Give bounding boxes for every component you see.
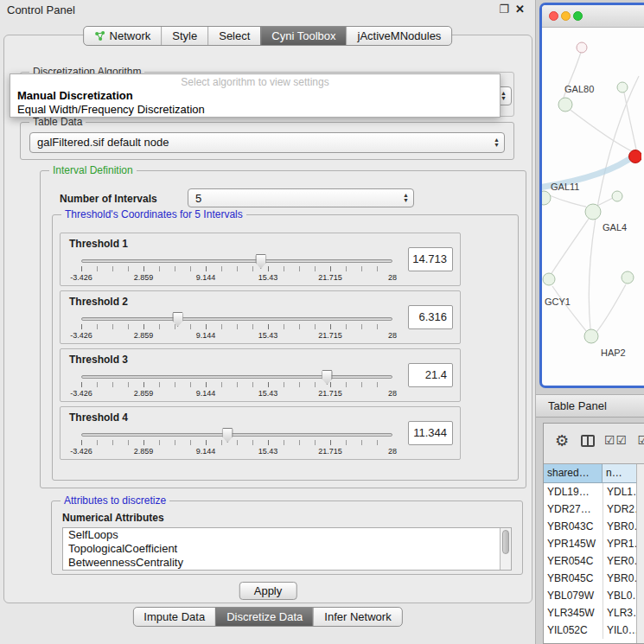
tab-style[interactable]: Style <box>161 27 207 45</box>
group-title: Threshold's Coordinates for 5 Intervals <box>61 208 246 220</box>
network-node[interactable] <box>577 42 587 53</box>
tab-impute-data[interactable]: Impute Data <box>133 608 215 626</box>
scrollbar-thumb[interactable] <box>502 530 509 554</box>
columns-icon[interactable] <box>581 435 595 447</box>
threshold-label: Threshold 2 <box>69 296 128 308</box>
group-title: Attributes to discretize <box>61 494 169 507</box>
network-node-label: GAL4 <box>603 222 627 233</box>
tab-label: Style <box>172 29 197 42</box>
attribute-table: shared… n… YDL19…YDL1… YDR27…YDR2… YBR04… <box>544 463 644 643</box>
gear-icon[interactable]: ⚙ <box>555 431 569 450</box>
network-node[interactable] <box>543 273 555 285</box>
numerical-attributes-list[interactable]: SelfLoops TopologicalCoefficient Between… <box>62 527 512 571</box>
tab-infer-network[interactable]: Infer Network <box>313 608 401 626</box>
close-button[interactable] <box>549 11 558 21</box>
control-panel-titlebar: Control Panel ❐ ✕ <box>0 0 535 21</box>
table-row[interactable]: YBL079WYBL0… <box>544 587 644 604</box>
table-row[interactable]: YLR345WYLR3… <box>544 604 644 622</box>
threshold-slider[interactable]: -3.426 2.859 9.144 15.43 21.715 28 <box>81 368 392 399</box>
tick-label: 21.715 <box>318 389 342 398</box>
tick-label: -3.426 <box>70 447 92 456</box>
tab-cyni-toolbox[interactable]: Cyni Toolbox <box>260 27 346 45</box>
tick-label: 15.43 <box>258 447 278 456</box>
table-panel-title: Table Panel <box>548 399 607 412</box>
column-header-shared-name[interactable]: shared… <box>544 464 603 483</box>
list-item[interactable]: SelfLoops <box>63 528 511 542</box>
slider-tick-labels: -3.426 2.859 9.144 15.43 21.715 28 <box>81 252 392 284</box>
network-node[interactable] <box>558 98 572 112</box>
tick-label: 15.43 <box>258 273 278 282</box>
network-window-titlebar <box>542 5 644 28</box>
tick-label: 21.715 <box>318 331 342 340</box>
close-icon[interactable]: ✕ <box>515 3 525 16</box>
threshold-row: Threshold 3 -3.426 2.859 9.144 15.43 21.… <box>60 348 461 402</box>
tab-label: Cyni Toolbox <box>271 29 335 42</box>
table-data-combo[interactable]: galFiltered.sif default node <box>29 132 505 153</box>
network-icon <box>94 30 105 41</box>
list-item[interactable]: TopologicalCoefficient <box>63 542 511 556</box>
table-row[interactable]: YDR27…YDR2… <box>544 501 644 518</box>
tick-label: -3.426 <box>70 273 92 282</box>
table-scrollbar[interactable] <box>636 464 644 643</box>
threshold-label: Threshold 3 <box>69 354 128 366</box>
threshold-value-field[interactable]: 14.713 <box>408 247 453 271</box>
tab-select[interactable]: Select <box>207 27 260 45</box>
dropdown-header: Select algorithm to view settings <box>10 74 500 88</box>
dropdown-option-equal-width[interactable]: Equal Width/Frequency Discretization <box>10 102 500 116</box>
tab-label: jActiveMNodules <box>358 29 442 42</box>
apply-button[interactable]: Apply <box>239 582 297 600</box>
network-node-selected[interactable] <box>629 150 642 163</box>
network-node[interactable] <box>584 329 598 343</box>
table-row[interactable]: YER054CYER0… <box>544 552 644 570</box>
network-canvas[interactable]: GAL80 GAL11 GAL4 GCY1 HAP2 <box>542 29 641 386</box>
tick-label: 9.144 <box>196 331 216 340</box>
group-title: Interval Definition <box>49 164 137 176</box>
threshold-slider[interactable]: -3.426 2.859 9.144 15.43 21.715 28 <box>81 310 392 341</box>
tab-label: Impute Data <box>143 610 205 623</box>
tab-jactivemodules[interactable]: jActiveMNodules <box>347 27 452 45</box>
tab-discretize-data[interactable]: Discretize Data <box>215 608 313 626</box>
cyni-toolbox-panel: Discretization Algorithm Select algorith… <box>3 35 532 603</box>
threshold-row: Threshold 2 -3.426 2.859 9.144 15.43 21.… <box>60 290 461 344</box>
algorithm-dropdown: Select algorithm to view settings Manual… <box>10 73 501 118</box>
network-node[interactable] <box>622 271 634 284</box>
panel-title: Control Panel <box>7 3 75 16</box>
table-row[interactable]: YIL052CYIL0… <box>544 622 644 639</box>
threshold-slider[interactable]: -3.426 2.859 9.144 15.43 21.715 28 <box>81 426 392 457</box>
network-node[interactable] <box>612 191 622 201</box>
tick-label: 9.144 <box>196 389 216 398</box>
num-intervals-combo[interactable]: 5 <box>188 188 414 207</box>
threshold-value-field[interactable]: 11.344 <box>408 421 453 445</box>
select-all-checkbox-icon[interactable]: ☑☑ <box>604 433 628 447</box>
network-node-label: GAL11 <box>551 182 579 192</box>
table-panel-header: Table Panel <box>536 394 644 418</box>
checkbox-icon[interactable]: ☑ <box>637 433 644 447</box>
network-view-window[interactable]: GAL80 GAL11 GAL4 GCY1 HAP2 <box>539 3 644 388</box>
float-window-icon[interactable]: ❐ <box>499 3 509 16</box>
control-panel-window: Control Panel ❐ ✕ Network Style Select C… <box>0 0 536 644</box>
list-item[interactable]: BetweennessCentrality <box>63 556 511 570</box>
tick-label: 9.144 <box>196 447 216 456</box>
network-node[interactable] <box>585 204 601 220</box>
network-node[interactable] <box>617 82 628 92</box>
table-row[interactable]: YBR045CYBR0… <box>544 570 644 587</box>
table-row[interactable]: YDL19…YDL1… <box>544 483 644 501</box>
tick-label: 21.715 <box>318 447 342 456</box>
network-node-label: HAP2 <box>601 348 626 358</box>
combo-value: galFiltered.sif default node <box>37 133 169 151</box>
threshold-value-field[interactable]: 21.4 <box>408 363 453 387</box>
table-row[interactable]: YBR043CYBR0… <box>544 518 644 535</box>
list-scrollbar[interactable] <box>500 528 511 570</box>
dropdown-option-manual[interactable]: Manual Discretization <box>10 88 500 102</box>
zoom-button[interactable] <box>573 11 583 21</box>
threshold-slider[interactable]: -3.426 2.859 9.144 15.43 21.715 28 <box>81 252 392 284</box>
table-row[interactable]: YPR145WYPR1… <box>544 535 644 552</box>
thresholds-group: Threshold's Coordinates for 5 Intervals … <box>52 214 519 481</box>
tick-label: 2.859 <box>134 447 154 456</box>
network-node[interactable] <box>542 191 551 205</box>
slider-tick-labels: -3.426 2.859 9.144 15.43 21.715 28 <box>81 426 392 457</box>
tab-label: Select <box>219 29 250 42</box>
minimize-button[interactable] <box>561 11 571 21</box>
threshold-value-field[interactable]: 6.316 <box>408 305 453 329</box>
tab-network[interactable]: Network <box>84 27 162 45</box>
